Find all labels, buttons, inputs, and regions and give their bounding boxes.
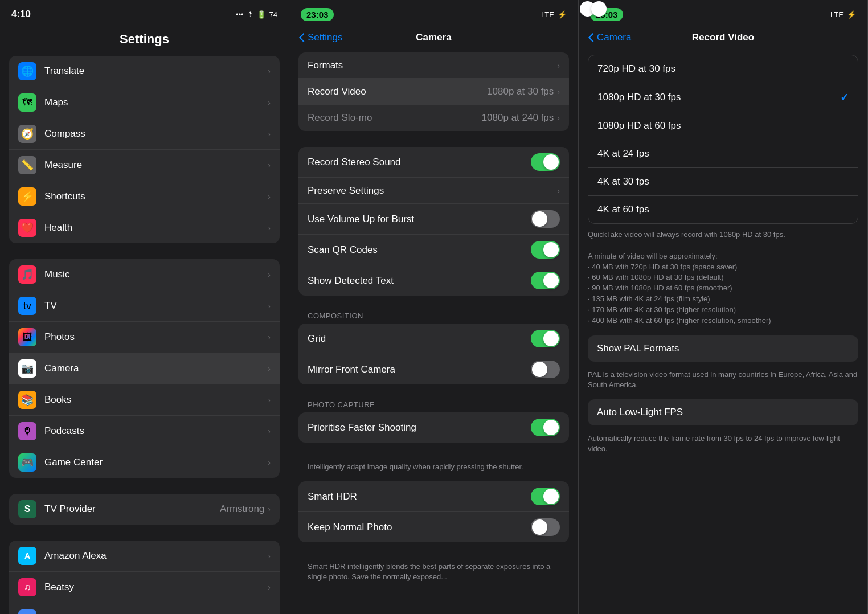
option-4k30[interactable]: 4K at 30 fps: [588, 168, 858, 196]
measure-icon: 📏: [18, 156, 36, 174]
keep-normal-item[interactable]: Keep Normal Photo: [298, 512, 569, 542]
settings-item-health[interactable]: ❤️ Health ›: [9, 212, 280, 243]
group-utilities: 🌐 Translate › 🗺 Maps › 🧭 Compass › 📏 Mea…: [0, 56, 289, 243]
formats-item[interactable]: Formats ›: [298, 52, 569, 79]
keep-normal-toggle[interactable]: [531, 518, 560, 536]
tv-icon: tv: [18, 297, 36, 315]
settings-item-compass[interactable]: 🧭 Compass ›: [9, 118, 280, 150]
burst-item[interactable]: Use Volume Up for Burst: [298, 204, 569, 235]
stereo-toggle[interactable]: [531, 153, 560, 171]
option-1080p60[interactable]: 1080p HD at 60 fps: [588, 112, 858, 140]
record-video-panel: 23:03 LTE ⚡ Camera Record Video 720p HD …: [579, 0, 868, 614]
settings-item-camera[interactable]: 📷 Camera ›: [9, 353, 280, 384]
qr-item[interactable]: Scan QR Codes: [298, 235, 569, 265]
settings-item-music[interactable]: 🎵 Music ›: [9, 259, 280, 290]
podcasts-chevron: ›: [268, 427, 271, 436]
auto-lowlight-item[interactable]: Auto Low-Light FPS: [588, 399, 858, 425]
shortcuts-chevron: ›: [268, 192, 271, 201]
back-to-camera[interactable]: Camera: [588, 32, 631, 43]
grid-item[interactable]: Grid: [298, 324, 569, 354]
stereo-item[interactable]: Record Stereo Sound: [298, 147, 569, 178]
thirdparty-section: A Amazon Alexa › ♫ Beatsy › ⊙ Chrome ›: [9, 541, 280, 614]
grid-toggle[interactable]: [531, 330, 560, 347]
preserve-item[interactable]: Preserve Settings ›: [298, 178, 569, 204]
auto-lowlight-note: Automatically reduce the frame rate from…: [579, 430, 867, 463]
settings-item-tvprovider[interactable]: S TV Provider Armstrong ›: [9, 494, 280, 525]
measure-label: Measure: [44, 159, 268, 171]
translate-chevron: ›: [268, 67, 271, 76]
chrome-icon: ⊙: [18, 609, 36, 614]
option-4k24[interactable]: 4K at 24 fps: [588, 140, 858, 168]
detected-toggle[interactable]: [531, 272, 560, 289]
provider-section: S TV Provider Armstrong ›: [9, 494, 280, 525]
settings-item-shortcuts[interactable]: ⚡ Shortcuts ›: [9, 181, 280, 212]
status-icons-p1: ••• ⇡ 🔋 74: [236, 10, 277, 19]
mirror-label: Mirror Front Camera: [308, 364, 531, 375]
settings-list: Settings 🌐 Translate › 🗺 Maps › 🧭 Compas…: [0, 25, 289, 614]
beatsy-icon: ♫: [18, 578, 36, 596]
books-icon: 📚: [18, 391, 36, 409]
qr-label: Scan QR Codes: [308, 244, 531, 256]
status-bar-p1: 4:10 ••• ⇡ 🔋 74: [0, 0, 289, 25]
health-chevron: ›: [268, 223, 271, 232]
smart-hdr-item[interactable]: Smart HDR: [298, 481, 569, 512]
translate-icon: 🌐: [18, 62, 36, 80]
back-to-settings[interactable]: Settings: [298, 32, 342, 43]
music-label: Music: [44, 269, 268, 280]
show-pal-label: Show PAL Formats: [597, 343, 849, 354]
option-720p30[interactable]: 720p HD at 30 fps: [588, 55, 858, 83]
settings-item-translate[interactable]: 🌐 Translate ›: [9, 56, 280, 87]
option-4k60[interactable]: 4K at 60 fps: [588, 196, 858, 223]
books-chevron: ›: [268, 395, 271, 404]
alexa-chevron: ›: [268, 551, 271, 560]
detected-text-item[interactable]: Show Detected Text: [298, 265, 569, 296]
media-section: 🎵 Music › tv TV › 🖼 Photos › 📷 Camera: [9, 259, 280, 478]
translate-label: Translate: [44, 66, 268, 77]
qr-toggle[interactable]: [531, 241, 560, 259]
beatsy-label: Beatsy: [44, 582, 268, 593]
settings-item-alexa[interactable]: A Amazon Alexa ›: [9, 541, 280, 572]
option-1080p30[interactable]: 1080p HD at 30 fps ✓: [588, 83, 858, 112]
record-video-item[interactable]: Record Video 1080p at 30 fps ›: [298, 79, 569, 105]
mirror-toggle[interactable]: [531, 361, 560, 378]
settings-item-tv[interactable]: tv TV ›: [9, 290, 280, 322]
camera-panel: 23:03 LTE ⚡ Settings Camera Formats › Re…: [289, 0, 579, 614]
settings-item-beatsy[interactable]: ♫ Beatsy ›: [9, 572, 280, 603]
settings-item-measure[interactable]: 📏 Measure ›: [9, 150, 280, 181]
smart-hdr-toggle[interactable]: [531, 488, 560, 505]
faster-toggle[interactable]: [531, 419, 560, 436]
status-time-p2: 23:03: [301, 8, 334, 21]
settings-item-maps[interactable]: 🗺 Maps ›: [9, 87, 280, 118]
faster-shooting-item[interactable]: Prioritise Faster Shooting: [298, 412, 569, 443]
lte-p3-icon: LTE: [830, 10, 844, 19]
record-slomo-item[interactable]: Record Slo-mo 1080p at 240 fps ›: [298, 105, 569, 131]
measure-chevron: ›: [268, 161, 271, 170]
settings-item-gamecenter[interactable]: 🎮 Game Center ›: [9, 447, 280, 478]
tv-chevron: ›: [268, 301, 271, 310]
settings-item-books[interactable]: 📚 Books ›: [9, 384, 280, 416]
stereo-label: Record Stereo Sound: [308, 157, 531, 168]
settings-item-podcasts[interactable]: 🎙 Podcasts ›: [9, 416, 280, 447]
settings-item-chrome[interactable]: ⊙ Chrome ›: [9, 603, 280, 614]
keep-normal-label: Keep Normal Photo: [308, 522, 531, 533]
video-note: QuickTake video will always record with …: [579, 224, 867, 335]
show-pal-item[interactable]: Show PAL Formats: [588, 335, 858, 362]
podcasts-icon: 🎙: [18, 422, 36, 440]
burst-toggle[interactable]: [531, 210, 560, 228]
video-options-list: 720p HD at 30 fps 1080p HD at 30 fps ✓ 1…: [588, 55, 858, 224]
faster-shooting-label: Prioritise Faster Shooting: [308, 422, 531, 433]
wifi-icon: ⇡: [247, 10, 253, 19]
faster-shooting-hint: Intelligently adapt image quality when r…: [289, 459, 578, 481]
camera-icon: 📷: [18, 359, 36, 378]
smart-hdr-hint: Smart HDR intelligently blends the best …: [289, 558, 578, 591]
signal-icon: •••: [236, 10, 244, 19]
mirror-item[interactable]: Mirror Front Camera: [298, 354, 569, 384]
health-label: Health: [44, 222, 268, 234]
status-bar-p2: 23:03 LTE ⚡: [289, 0, 578, 25]
record-slomo-value: 1080p at 240 fps: [482, 112, 554, 124]
health-icon: ❤️: [18, 219, 36, 237]
camera-settings-content: Formats › Record Video 1080p at 30 fps ›…: [289, 50, 578, 614]
maps-label: Maps: [44, 97, 268, 108]
settings-item-photos[interactable]: 🖼 Photos ›: [9, 322, 280, 353]
beatsy-chevron: ›: [268, 583, 271, 592]
